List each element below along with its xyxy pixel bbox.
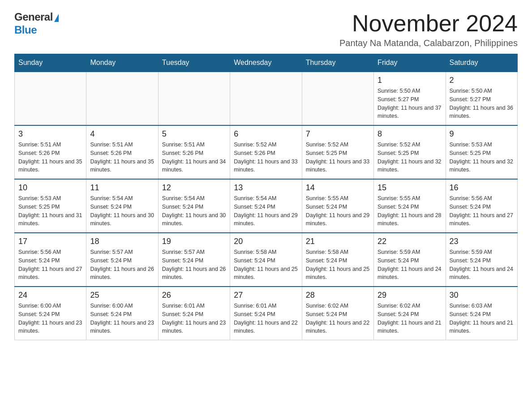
calendar-cell: 19Sunrise: 5:57 AMSunset: 5:24 PMDayligh…	[158, 233, 230, 287]
day-number: 10	[18, 183, 82, 193]
day-number: 23	[450, 237, 514, 246]
calendar-cell: 7Sunrise: 5:52 AMSunset: 5:25 PMDaylight…	[302, 125, 373, 179]
title-block: November 2024 Pantay Na Matanda, Calabar…	[339, 11, 518, 48]
day-number: 11	[90, 183, 154, 193]
day-number: 3	[18, 129, 82, 139]
day-info: Sunrise: 6:03 AMSunset: 5:24 PMDaylight:…	[450, 302, 514, 335]
page-header: General Blue November 2024 Pantay Na Mat…	[14, 11, 518, 48]
day-number: 1	[378, 76, 442, 85]
calendar-cell: 1Sunrise: 5:50 AMSunset: 5:27 PMDaylight…	[374, 72, 446, 125]
day-info: Sunrise: 5:51 AMSunset: 5:26 PMDaylight:…	[18, 141, 82, 174]
day-info: Sunrise: 5:58 AMSunset: 5:24 PMDaylight:…	[306, 248, 370, 282]
calendar-cell: 13Sunrise: 5:54 AMSunset: 5:24 PMDayligh…	[230, 179, 302, 233]
calendar-cell: 17Sunrise: 5:56 AMSunset: 5:24 PMDayligh…	[15, 233, 86, 287]
day-info: Sunrise: 5:54 AMSunset: 5:24 PMDaylight:…	[234, 194, 298, 228]
calendar-cell	[86, 72, 158, 125]
calendar-cell: 15Sunrise: 5:55 AMSunset: 5:24 PMDayligh…	[374, 179, 446, 233]
calendar-cell: 23Sunrise: 5:59 AMSunset: 5:24 PMDayligh…	[446, 233, 517, 287]
day-number: 5	[162, 129, 226, 139]
day-number: 24	[18, 291, 82, 300]
calendar-header-row: Sunday Monday Tuesday Wednesday Thursday…	[15, 54, 518, 72]
day-info: Sunrise: 5:59 AMSunset: 5:24 PMDaylight:…	[450, 248, 514, 282]
day-number: 8	[378, 129, 442, 139]
calendar-table: Sunday Monday Tuesday Wednesday Thursday…	[14, 54, 518, 340]
day-info: Sunrise: 6:00 AMSunset: 5:24 PMDaylight:…	[18, 302, 82, 335]
calendar-cell: 6Sunrise: 5:52 AMSunset: 5:26 PMDaylight…	[230, 125, 302, 179]
calendar-cell: 30Sunrise: 6:03 AMSunset: 5:24 PMDayligh…	[446, 287, 517, 340]
calendar-cell: 20Sunrise: 5:58 AMSunset: 5:24 PMDayligh…	[230, 233, 302, 287]
day-number: 18	[90, 237, 154, 246]
day-info: Sunrise: 5:52 AMSunset: 5:25 PMDaylight:…	[306, 141, 370, 174]
day-info: Sunrise: 5:55 AMSunset: 5:24 PMDaylight:…	[306, 194, 370, 228]
calendar-cell: 27Sunrise: 6:01 AMSunset: 5:24 PMDayligh…	[230, 287, 302, 340]
calendar-week-row: 10Sunrise: 5:53 AMSunset: 5:25 PMDayligh…	[15, 179, 518, 233]
day-info: Sunrise: 5:57 AMSunset: 5:24 PMDaylight:…	[162, 248, 226, 282]
day-number: 9	[450, 129, 514, 139]
calendar-cell: 18Sunrise: 5:57 AMSunset: 5:24 PMDayligh…	[86, 233, 158, 287]
day-number: 15	[378, 183, 442, 193]
calendar-cell: 9Sunrise: 5:53 AMSunset: 5:25 PMDaylight…	[446, 125, 517, 179]
day-info: Sunrise: 6:02 AMSunset: 5:24 PMDaylight:…	[306, 302, 370, 335]
day-info: Sunrise: 5:56 AMSunset: 5:24 PMDaylight:…	[450, 194, 514, 228]
day-info: Sunrise: 5:53 AMSunset: 5:25 PMDaylight:…	[18, 194, 82, 228]
day-info: Sunrise: 5:51 AMSunset: 5:26 PMDaylight:…	[90, 141, 154, 174]
day-number: 6	[234, 129, 298, 139]
day-info: Sunrise: 5:54 AMSunset: 5:24 PMDaylight:…	[162, 194, 226, 228]
day-number: 21	[306, 237, 370, 246]
day-number: 4	[90, 129, 154, 139]
calendar-cell: 4Sunrise: 5:51 AMSunset: 5:26 PMDaylight…	[86, 125, 158, 179]
header-wednesday: Wednesday	[230, 54, 302, 72]
logo: General Blue	[14, 11, 59, 37]
calendar-cell: 10Sunrise: 5:53 AMSunset: 5:25 PMDayligh…	[15, 179, 86, 233]
header-saturday: Saturday	[446, 54, 517, 72]
day-number: 30	[450, 291, 514, 300]
calendar-cell: 26Sunrise: 6:01 AMSunset: 5:24 PMDayligh…	[158, 287, 230, 340]
calendar-cell: 5Sunrise: 5:51 AMSunset: 5:26 PMDaylight…	[158, 125, 230, 179]
calendar-week-row: 17Sunrise: 5:56 AMSunset: 5:24 PMDayligh…	[15, 233, 518, 287]
day-info: Sunrise: 5:57 AMSunset: 5:24 PMDaylight:…	[90, 248, 154, 282]
day-info: Sunrise: 5:58 AMSunset: 5:24 PMDaylight:…	[234, 248, 298, 282]
day-number: 26	[162, 291, 226, 300]
day-number: 16	[450, 183, 514, 193]
header-sunday: Sunday	[15, 54, 86, 72]
calendar-cell: 25Sunrise: 6:00 AMSunset: 5:24 PMDayligh…	[86, 287, 158, 340]
day-number: 2	[450, 76, 514, 85]
calendar-cell: 29Sunrise: 6:02 AMSunset: 5:24 PMDayligh…	[374, 287, 446, 340]
calendar-week-row: 24Sunrise: 6:00 AMSunset: 5:24 PMDayligh…	[15, 287, 518, 340]
day-number: 20	[234, 237, 298, 246]
calendar-cell: 22Sunrise: 5:59 AMSunset: 5:24 PMDayligh…	[374, 233, 446, 287]
calendar-cell: 12Sunrise: 5:54 AMSunset: 5:24 PMDayligh…	[158, 179, 230, 233]
day-number: 28	[306, 291, 370, 300]
header-monday: Monday	[86, 54, 158, 72]
calendar-cell: 14Sunrise: 5:55 AMSunset: 5:24 PMDayligh…	[302, 179, 373, 233]
day-number: 19	[162, 237, 226, 246]
day-info: Sunrise: 5:50 AMSunset: 5:27 PMDaylight:…	[378, 87, 442, 120]
day-number: 14	[306, 183, 370, 193]
month-year-title: November 2024	[339, 11, 518, 36]
day-info: Sunrise: 6:01 AMSunset: 5:24 PMDaylight:…	[234, 302, 298, 335]
day-number: 12	[162, 183, 226, 193]
day-number: 13	[234, 183, 298, 193]
logo-blue-text: Blue	[14, 24, 37, 37]
day-number: 22	[378, 237, 442, 246]
day-info: Sunrise: 5:56 AMSunset: 5:24 PMDaylight:…	[18, 248, 82, 282]
day-info: Sunrise: 5:50 AMSunset: 5:27 PMDaylight:…	[450, 87, 514, 120]
calendar-week-row: 1Sunrise: 5:50 AMSunset: 5:27 PMDaylight…	[15, 72, 518, 125]
calendar-cell	[302, 72, 373, 125]
logo-general-text: General	[14, 11, 53, 24]
calendar-cell: 16Sunrise: 5:56 AMSunset: 5:24 PMDayligh…	[446, 179, 517, 233]
day-info: Sunrise: 5:53 AMSunset: 5:25 PMDaylight:…	[450, 141, 514, 174]
day-number: 25	[90, 291, 154, 300]
day-info: Sunrise: 6:02 AMSunset: 5:24 PMDaylight:…	[378, 302, 442, 335]
calendar-cell: 11Sunrise: 5:54 AMSunset: 5:24 PMDayligh…	[86, 179, 158, 233]
calendar-cell	[15, 72, 86, 125]
day-info: Sunrise: 5:55 AMSunset: 5:24 PMDaylight:…	[378, 194, 442, 228]
calendar-cell	[230, 72, 302, 125]
day-number: 29	[378, 291, 442, 300]
day-number: 7	[306, 129, 370, 139]
day-info: Sunrise: 6:00 AMSunset: 5:24 PMDaylight:…	[90, 302, 154, 335]
calendar-cell: 8Sunrise: 5:52 AMSunset: 5:25 PMDaylight…	[374, 125, 446, 179]
day-number: 27	[234, 291, 298, 300]
location-subtitle: Pantay Na Matanda, Calabarzon, Philippin…	[339, 38, 518, 48]
day-info: Sunrise: 5:59 AMSunset: 5:24 PMDaylight:…	[378, 248, 442, 282]
